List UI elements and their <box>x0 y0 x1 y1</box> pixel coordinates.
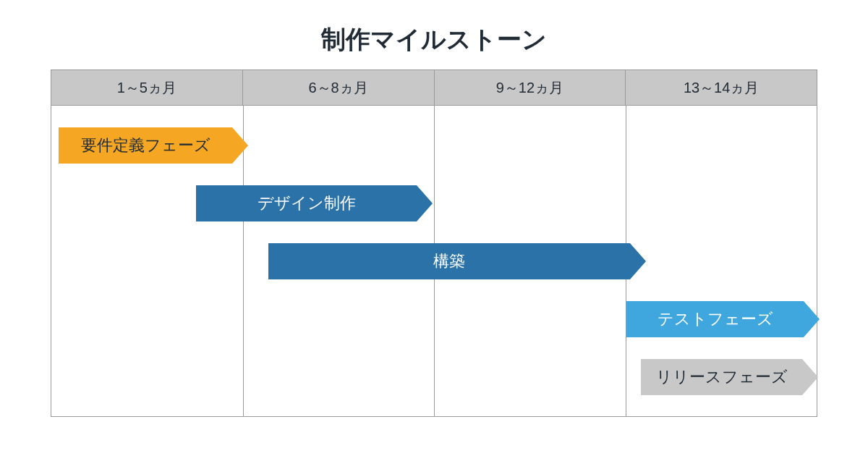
gantt-chart: 1～5ヵ月 6～8ヵ月 9～12ヵ月 13～14ヵ月 要件定義フェーズ デザイン… <box>51 69 817 417</box>
bar-label: リリースフェーズ <box>656 366 788 388</box>
bar-label: 構築 <box>433 250 465 272</box>
bar-label: 要件定義フェーズ <box>81 135 210 156</box>
bar-build: 構築 <box>268 243 630 279</box>
col-header-3: 13～14ヵ月 <box>626 69 817 106</box>
bar-test: テストフェーズ <box>626 301 804 337</box>
page-title: 制作マイルストーン <box>0 0 868 69</box>
bar-requirements: 要件定義フェーズ <box>59 127 232 164</box>
timeline-header: 1～5ヵ月 6～8ヵ月 9～12ヵ月 13～14ヵ月 <box>51 69 817 106</box>
col-header-2: 9～12ヵ月 <box>435 69 626 106</box>
bar-label: テストフェーズ <box>658 308 773 330</box>
bar-label: デザイン制作 <box>258 193 356 214</box>
gantt-body: 要件定義フェーズ デザイン制作 構築 テストフェーズ リリースフェーズ <box>51 106 817 417</box>
col-header-0: 1～5ヵ月 <box>51 69 243 106</box>
col-header-1: 6～8ヵ月 <box>243 69 435 106</box>
bar-release: リリースフェーズ <box>641 359 802 395</box>
bar-design: デザイン制作 <box>196 185 417 221</box>
